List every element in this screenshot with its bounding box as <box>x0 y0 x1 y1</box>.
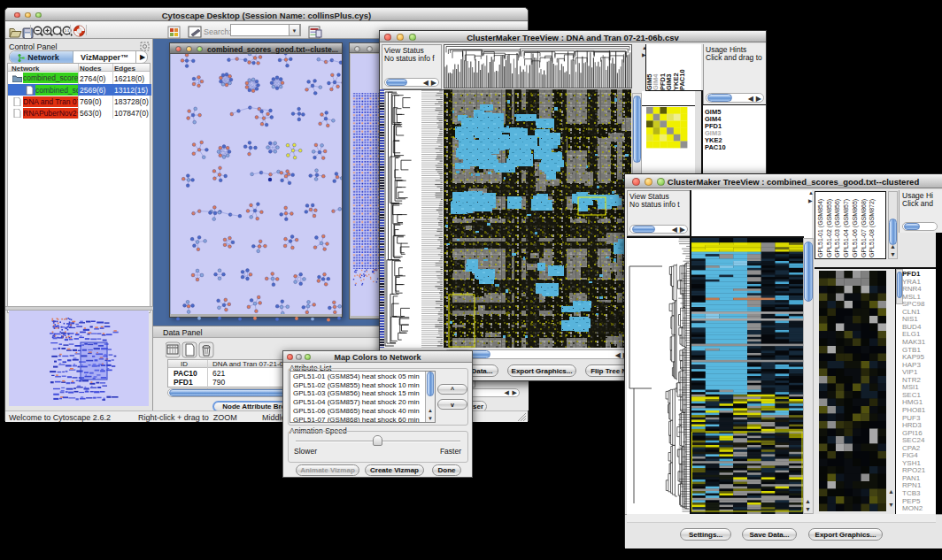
svg-text:GPL51-06 (GSM865): GPL51-06 (GSM865) <box>852 199 859 257</box>
svg-text:PAC10: PAC10 <box>678 69 686 90</box>
svg-text:GPL51-01 (GSM854): GPL51-01 (GSM854) <box>817 199 824 257</box>
svg-text:GPL51-07 (GSM868): GPL51-07 (GSM868) <box>861 199 868 257</box>
svg-text:GPL51-03 (GSM856): GPL51-03 (GSM856) <box>834 199 841 257</box>
svg-text:GPL51-08 (GSM872): GPL51-08 (GSM872) <box>869 199 876 257</box>
svg-text:GPL51-02 (GSM855): GPL51-02 (GSM855) <box>826 199 833 257</box>
svg-text:GPL51-04 (GSM857): GPL51-04 (GSM857) <box>843 199 850 257</box>
